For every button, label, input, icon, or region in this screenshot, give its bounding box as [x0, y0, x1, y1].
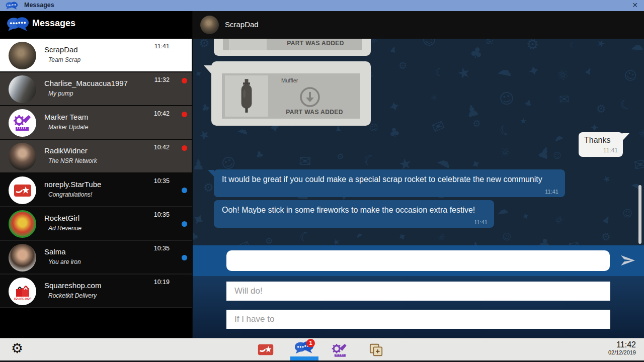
- sidebar-title: Messages: [32, 18, 75, 29]
- message-preview: Ad Revenue: [48, 225, 82, 232]
- incoming-message-bubble: Ooh! Maybe stick in some fireworks to ma…: [214, 200, 494, 228]
- download-done-icon: [299, 86, 321, 110]
- quick-reply-button[interactable]: Will do!: [226, 282, 610, 301]
- svg-text:SQUARE SHOP: SQUARE SHOP: [14, 298, 31, 300]
- chat-contact-name: ScrapDad: [225, 20, 259, 29]
- conversation-salma[interactable]: Salma You are iron 10:35: [0, 241, 192, 275]
- send-icon[interactable]: [620, 253, 636, 267]
- outgoing-message-bubble: Thanks 11:41: [579, 132, 623, 157]
- taskbar-messages-icon[interactable]: 1: [294, 340, 314, 357]
- avatar: [9, 210, 36, 238]
- chat-message-area: ⚙☾★☁✦⚛♟☺♣✉⚙☾★☁✦⚛♟☺♣✉⚙☾★☁✦⚛♟☺♣✉⚙☾★☁✦⚛♟☺♣✉…: [193, 39, 644, 245]
- message-preview: My pump: [48, 90, 73, 97]
- marker-gear-pencil-icon: [13, 113, 33, 133]
- taskbar-clock: 11:42 02/12/2019: [608, 340, 636, 356]
- window-titlebar: Messages ✕: [0, 0, 644, 11]
- contact-name: RocketGirl: [44, 214, 79, 222]
- clock-date: 02/12/2019: [608, 349, 636, 356]
- message-preview: The NSR Network: [48, 157, 97, 164]
- squareshop-bags-icon: SQUARE SHOP: [13, 282, 33, 302]
- message-text: Ooh! Maybe stick in some fireworks to ma…: [222, 206, 475, 215]
- contact-name: Salma: [44, 247, 66, 256]
- avatar: [9, 244, 36, 272]
- chat-scrollbar[interactable]: [638, 185, 641, 244]
- part-card-inner: PART WAS ADDED: [223, 39, 362, 50]
- muffler-image: [232, 76, 261, 116]
- quick-reply-area: Will do! If I have to: [193, 276, 644, 338]
- read-dot: [182, 221, 187, 227]
- message-time: 10:35: [154, 211, 170, 218]
- message-preview: Team Scrap: [48, 56, 80, 63]
- unread-dot: [182, 112, 187, 117]
- part-card-inner: Muffler PART WAS ADDED: [222, 73, 360, 119]
- taskbar-marker-icon[interactable]: [331, 341, 351, 358]
- part-status-label: PART WAS ADDED: [270, 109, 359, 116]
- startube-icon: [13, 184, 32, 198]
- message-time: 11:41: [474, 219, 488, 225]
- taskbar-squares-plus-icon[interactable]: [369, 343, 389, 360]
- message-time: 10:35: [154, 245, 170, 252]
- avatar: [9, 42, 36, 69]
- part-status-label: PART WAS ADDED: [271, 40, 360, 47]
- message-preview: You are iron: [48, 258, 81, 265]
- part-added-card-muffler: Muffler PART WAS ADDED: [211, 61, 371, 126]
- settings-gear-icon[interactable]: ⚙: [11, 340, 23, 356]
- unread-dot: [182, 145, 187, 151]
- message-time: 10:42: [154, 144, 170, 151]
- composer-bar: [193, 245, 644, 276]
- message-input[interactable]: [226, 250, 610, 271]
- part-name-label: Muffler: [281, 77, 298, 83]
- clock-time: 11:42: [608, 340, 636, 349]
- contact-name: RadikWidner: [44, 146, 88, 155]
- message-text: It would be great if you could make a sp…: [222, 175, 542, 184]
- avatar: [9, 109, 36, 137]
- conversation-charlise[interactable]: Charlise_Macuacua1997 My pump 11:32: [0, 72, 192, 106]
- chat-panel: ScrapDad ⚙☾★☁✦⚛♟☺♣✉⚙☾★☁✦⚛♟☺♣✉⚙☾★☁✦⚛♟☺♣✉⚙…: [193, 11, 644, 338]
- conversation-marker-team[interactable]: Marker Team Marker Update 10:42: [0, 106, 192, 140]
- contact-name: noreply.StarTube: [44, 180, 101, 189]
- part-image: [225, 75, 268, 117]
- read-dot: [182, 188, 187, 193]
- message-time: 11:41: [545, 189, 558, 195]
- avatar: SQUARE SHOP: [9, 278, 36, 305]
- message-preview: Rocketkit Delivery: [48, 292, 97, 299]
- conversation-startube[interactable]: noreply.StarTube Congratulations! 10:35: [0, 173, 192, 207]
- message-preview: Marker Update: [48, 124, 88, 131]
- taskbar: ⚙ 1: [0, 338, 644, 360]
- chat-header: ScrapDad: [193, 11, 644, 39]
- message-preview: Congratulations!: [48, 191, 92, 198]
- conversation-rocketgirl[interactable]: RocketGirl Ad Revenue 10:35: [0, 207, 192, 241]
- message-time: 10:42: [154, 110, 170, 117]
- contact-name: ScrapDad: [44, 45, 78, 54]
- sidebar-header: Messages: [0, 11, 192, 39]
- messages-app-window: Messages ✕ Messages ScrapDad Team Scrap …: [0, 0, 644, 362]
- avatar: [9, 143, 36, 170]
- message-time: 10:35: [154, 177, 170, 185]
- messages-logo-icon: [7, 17, 29, 32]
- chat-contact-avatar: [200, 16, 219, 34]
- conversation-scrapdad[interactable]: ScrapDad Team Scrap 11:41: [0, 39, 192, 72]
- taskbar-startube-icon[interactable]: [257, 343, 277, 360]
- message-time: 11:41: [603, 147, 618, 154]
- message-time: 11:41: [154, 43, 170, 50]
- contact-name: Marker Team: [44, 113, 88, 121]
- part-added-card-partial: PART WAS ADDED: [214, 39, 371, 56]
- message-time: 10:19: [154, 279, 170, 286]
- incoming-message-bubble: It would be great if you could make a sp…: [214, 169, 565, 197]
- quick-reply-button[interactable]: If I have to: [226, 310, 610, 329]
- window-title: Messages: [24, 2, 54, 9]
- close-icon[interactable]: ✕: [632, 1, 638, 9]
- conversation-sidebar: Messages ScrapDad Team Scrap 11:41 Charl…: [0, 11, 193, 338]
- read-dot: [182, 255, 187, 260]
- unread-count-badge: 1: [306, 339, 315, 347]
- unread-dot: [182, 78, 187, 83]
- contact-name: Squareshop.com: [44, 281, 101, 290]
- avatar: [9, 75, 36, 103]
- avatar: [9, 176, 36, 204]
- conversation-radikwidner[interactable]: RadikWidner The NSR Network 10:42: [0, 140, 192, 173]
- message-text: Thanks: [584, 136, 610, 145]
- message-time: 11:32: [154, 76, 170, 83]
- part-image: [229, 39, 267, 50]
- conversation-squareshop[interactable]: SQUARE SHOP Squareshop.com Rocketkit Del…: [0, 275, 192, 308]
- messages-app-icon: [5, 2, 18, 12]
